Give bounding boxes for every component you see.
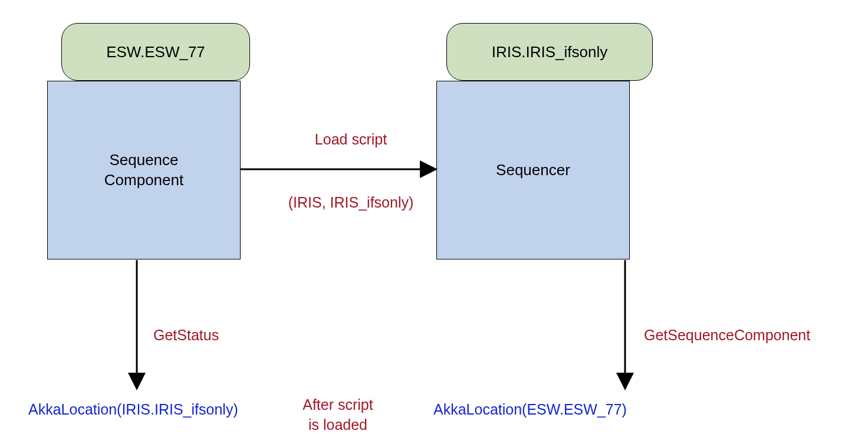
center-note: After script is loaded bbox=[276, 395, 400, 435]
left-op-label: GetStatus bbox=[153, 327, 219, 344]
left-result-label: AkkaLocation(IRIS.IRIS_ifsonly) bbox=[28, 401, 238, 418]
left-header-pill: ESW.ESW_77 bbox=[61, 23, 250, 81]
right-op-label: GetSequenceComponent bbox=[644, 327, 810, 344]
right-box: Sequencer bbox=[436, 81, 630, 259]
right-box-label: Sequencer bbox=[496, 160, 570, 180]
right-header-label: IRIS.IRIS_ifsonly bbox=[492, 43, 608, 61]
arrow-top-label: Load script bbox=[292, 131, 410, 148]
left-box: Sequence Component bbox=[47, 81, 241, 259]
left-header-label: ESW.ESW_77 bbox=[106, 43, 205, 61]
diagram-canvas: ESW.ESW_77 Sequence Component IRIS.IRIS_… bbox=[0, 0, 868, 447]
right-header-pill: IRIS.IRIS_ifsonly bbox=[446, 23, 653, 81]
right-result-label: AkkaLocation(ESW.ESW_77) bbox=[433, 401, 627, 418]
left-box-label: Sequence Component bbox=[104, 150, 183, 190]
arrow-bottom-label: (IRIS, IRIS_ifsonly) bbox=[280, 194, 422, 211]
